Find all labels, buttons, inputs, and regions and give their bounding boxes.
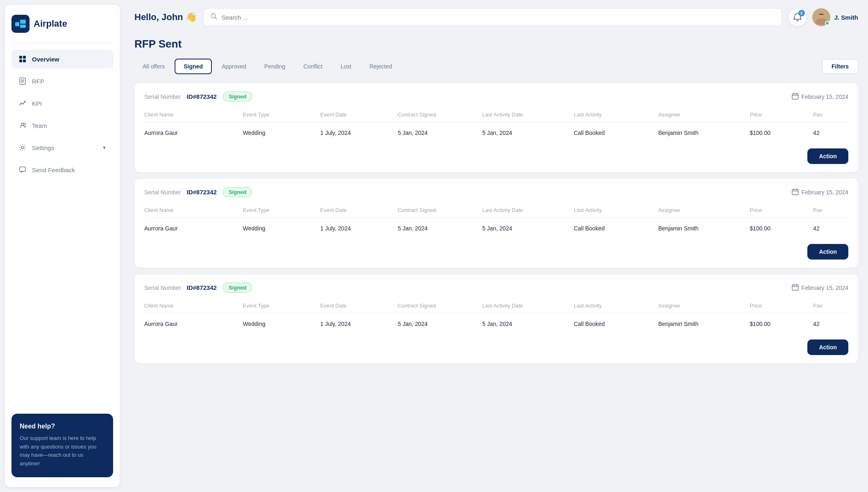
sidebar-item-label-team: Team <box>32 122 47 129</box>
cell-event-date-2: 1 July, 2024 <box>320 321 398 327</box>
sidebar-item-label-overview: Overview <box>32 56 59 63</box>
table-header-2: Client NameEvent TypeEvent DateContract … <box>144 299 848 313</box>
greeting: Hello, John 👋 <box>134 12 197 23</box>
rfp-card-2: Serial Number ID#872342 Signed February … <box>134 274 858 363</box>
logo-area: Airplate <box>11 15 113 33</box>
action-button-1[interactable]: Action <box>807 244 848 260</box>
tabs-row: All offers Signed Approved Pending Confl… <box>134 59 858 74</box>
rfp-card-1: Serial Number ID#872342 Signed February … <box>134 179 858 268</box>
sidebar-item-overview[interactable]: Overview <box>11 50 113 68</box>
cell-event-date-1: 1 July, 2024 <box>320 225 398 232</box>
card-footer-2: Action <box>144 333 848 355</box>
sidebar-item-kpi[interactable]: KPI <box>11 94 113 113</box>
svg-rect-20 <box>792 94 798 99</box>
avatar-wrap <box>812 8 830 26</box>
online-indicator <box>825 21 829 25</box>
tab-all-offers[interactable]: All offers <box>134 59 173 73</box>
tab-approved[interactable]: Approved <box>214 59 254 73</box>
table-row-2: Aurrora Gaur Wedding 1 July, 2024 5 Jan,… <box>144 315 848 333</box>
table-header-0: Client NameEvent TypeEvent DateContract … <box>144 108 848 122</box>
table-header-1: Client NameEvent TypeEvent DateContract … <box>144 204 848 218</box>
col-header: Client Name <box>144 303 243 309</box>
sidebar-item-label-kpi: KPI <box>32 100 42 107</box>
col-header: Client Name <box>144 112 243 118</box>
table-row-0: Aurrora Gaur Wedding 1 July, 2024 5 Jan,… <box>144 124 848 142</box>
col-header: Contract Signed <box>398 112 482 118</box>
cell-assignee-0: Benjamin Smith <box>658 130 750 136</box>
col-header: Last Activity Date <box>482 303 574 309</box>
page-title: RFP Sent <box>134 38 858 50</box>
help-box-text: Our support team is here to help with an… <box>20 434 105 468</box>
notifications-button[interactable]: 2 <box>788 8 807 26</box>
tab-conflict[interactable]: Conflict <box>295 59 331 73</box>
sidebar-item-settings[interactable]: Settings ▼ <box>11 138 113 157</box>
col-header: Last Activity Date <box>482 112 574 118</box>
cards-container: Serial Number ID#872342 Signed February … <box>134 83 858 363</box>
col-header: Contract Signed <box>398 303 482 309</box>
tab-pending[interactable]: Pending <box>256 59 293 73</box>
settings-icon <box>18 143 27 152</box>
col-header: Event Date <box>320 303 398 309</box>
cell-contract-2: 5 Jan, 2024 <box>398 321 482 327</box>
sidebar-item-team[interactable]: Team <box>11 116 113 135</box>
team-icon <box>18 121 27 130</box>
filters-button[interactable]: Filters <box>822 59 858 74</box>
col-header: Event Type <box>243 207 320 213</box>
sidebar-item-rfp[interactable]: RFP <box>11 72 113 91</box>
cell-last-activity-2: Call Booked <box>574 321 658 327</box>
search-bar[interactable] <box>203 8 782 26</box>
serial-label-1: Serial Number <box>144 189 181 196</box>
col-header: Pax <box>813 207 848 213</box>
svg-rect-14 <box>20 167 25 171</box>
svg-rect-4 <box>23 56 26 59</box>
col-header: Last Activity Date <box>482 207 574 213</box>
col-header: Last Activity <box>574 112 658 118</box>
tab-signed[interactable]: Signed <box>175 59 212 74</box>
help-box: Need help? Our support team is here to h… <box>11 414 113 477</box>
cell-price-0: $100.00 <box>750 130 813 136</box>
logo-icon <box>11 15 30 33</box>
col-header: Event Date <box>320 207 398 213</box>
card-date-2: February 15, 2024 <box>792 284 848 292</box>
kpi-icon <box>18 99 27 108</box>
status-badge-1: Signed <box>223 187 252 197</box>
sidebar-item-label-rfp: RFP <box>32 78 44 85</box>
main-content: Hello, John 👋 2 <box>125 0 868 492</box>
col-header: Last Activity <box>574 303 658 309</box>
overview-icon <box>18 55 27 64</box>
col-header: Pax <box>813 112 848 118</box>
cell-last-activity-date-0: 5 Jan, 2024 <box>482 130 574 136</box>
col-header: Last Activity <box>574 207 658 213</box>
svg-rect-6 <box>23 59 26 62</box>
status-badge-0: Signed <box>223 91 252 102</box>
date-icon-2 <box>792 284 799 292</box>
serial-id-1: ID#872342 <box>186 189 216 196</box>
sidebar: Airplate Overview RFP <box>5 5 120 487</box>
cell-event-type-0: Wedding <box>243 130 320 136</box>
serial-id-2: ID#872342 <box>186 284 216 291</box>
action-button-2[interactable]: Action <box>807 339 848 355</box>
cell-pax-0: 42 <box>813 130 848 136</box>
svg-rect-24 <box>792 189 798 195</box>
svg-rect-28 <box>792 285 798 290</box>
tab-rejected[interactable]: Rejected <box>361 59 400 73</box>
col-header: Event Type <box>243 303 320 309</box>
card-header-0: Serial Number ID#872342 Signed February … <box>144 91 848 102</box>
serial-label-2: Serial Number <box>144 285 181 291</box>
action-button-0[interactable]: Action <box>807 148 848 164</box>
svg-point-19 <box>818 12 825 19</box>
card-header-1: Serial Number ID#872342 Signed February … <box>144 187 848 197</box>
sidebar-item-feedback[interactable]: Send Feedback <box>11 160 113 179</box>
card-footer-1: Action <box>144 237 848 260</box>
tab-lost[interactable]: Lost <box>332 59 359 73</box>
card-footer-0: Action <box>144 142 848 164</box>
cell-last-activity-1: Call Booked <box>574 225 658 232</box>
help-box-title: Need help? <box>20 423 105 430</box>
search-input[interactable] <box>222 14 775 21</box>
col-header: Price <box>750 112 813 118</box>
col-header: Event Type <box>243 112 320 118</box>
user-profile[interactable]: J. Smith <box>812 8 858 26</box>
sidebar-item-label-feedback: Send Feedback <box>32 166 75 173</box>
col-header: Assignee <box>658 207 750 213</box>
cell-client-2: Aurrora Gaur <box>144 321 243 327</box>
